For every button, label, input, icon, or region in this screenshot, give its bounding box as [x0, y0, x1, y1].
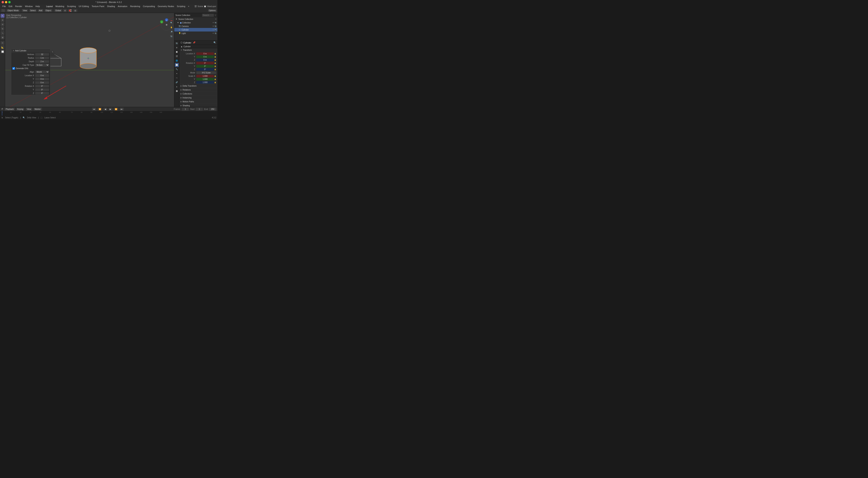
workspace-rendering[interactable]: Rendering	[129, 5, 142, 8]
current-frame-input[interactable]	[182, 108, 189, 110]
step-back-button[interactable]: ⏪	[97, 108, 102, 110]
prop-location-x[interactable]: 0 m	[196, 52, 214, 55]
menu-edit[interactable]: Edit	[7, 5, 13, 8]
menu-window[interactable]: Window	[24, 5, 34, 8]
object-menu[interactable]: Object	[44, 9, 52, 12]
cap-fill-select[interactable]: N-Gon Triangle Fan Nothing	[35, 64, 49, 67]
shading-header[interactable]: ▶ Shading	[179, 104, 217, 107]
cylinder-visibility[interactable]: 👁	[213, 29, 214, 31]
proportional-edit[interactable]: ◎	[73, 9, 78, 12]
gizmo-grab[interactable]: ✋	[169, 25, 173, 29]
workspace-add[interactable]: +	[187, 5, 190, 8]
jump-start-button[interactable]: ⏮	[92, 108, 96, 110]
transform-global[interactable]: Global	[54, 9, 62, 12]
relations-header[interactable]: ▶ Relations	[179, 88, 217, 92]
instancing-header[interactable]: ▶ Instancing	[179, 96, 217, 100]
rotation-y-input[interactable]	[35, 88, 49, 91]
prop-location-z-lock[interactable]: 🔒	[214, 59, 216, 61]
outliner-light[interactable]: 💡 Light 👁 📷	[174, 32, 217, 35]
marker-menu[interactable]: Marker	[33, 108, 42, 110]
transform-section-header[interactable]: ▼ Transform	[179, 48, 217, 52]
scene-collection-visibility[interactable]: 👁	[215, 18, 217, 20]
workspace-sculpting[interactable]: Sculpting	[66, 5, 77, 8]
props-icon-world[interactable]: 🌐	[175, 59, 179, 63]
prop-location-x-lock[interactable]: 🔒	[214, 53, 216, 55]
rotation-x-input[interactable]	[35, 85, 49, 87]
location-y-input[interactable]	[35, 78, 49, 80]
props-icon-physics[interactable]: 〜	[175, 76, 179, 80]
depth-input[interactable]	[35, 60, 49, 63]
tool-annotate[interactable]: ✏	[1, 41, 4, 45]
location-x-input[interactable]	[35, 74, 49, 77]
props-icon-object[interactable]: ⬜	[175, 63, 179, 67]
tool-measure[interactable]: 📐	[1, 45, 4, 49]
end-frame-input[interactable]	[209, 108, 216, 110]
prop-scale-y-lock[interactable]: 🔒	[214, 78, 216, 80]
playback-menu[interactable]: Playback	[4, 108, 15, 110]
prop-mode-value[interactable]: XYZ Euler	[196, 71, 216, 74]
props-icon-data[interactable]: ▲	[175, 85, 179, 89]
tool-scale[interactable]: ⤡	[1, 31, 4, 35]
tool-cursor[interactable]: ✛	[1, 18, 4, 22]
add-menu[interactable]: Add	[38, 9, 43, 12]
workspace-animation[interactable]: Animation	[117, 5, 129, 8]
location-z-input[interactable]	[35, 81, 49, 84]
prop-scale-x-lock[interactable]: 🔒	[214, 75, 216, 77]
step-forward-button[interactable]: ⏩	[114, 108, 118, 110]
props-icon-view-layer[interactable]: 🔲	[175, 50, 179, 54]
prop-rotation-y-lock[interactable]: 🔒	[214, 65, 216, 67]
outliner-cylinder[interactable]: ⬡ Cylinder 👁 📷	[174, 28, 217, 32]
workspace-scripting[interactable]: Scripting	[176, 5, 186, 8]
close-button[interactable]	[2, 1, 4, 3]
tool-rotate[interactable]: ↻	[1, 27, 4, 31]
prop-search-icon[interactable]: 🔍	[213, 41, 216, 44]
generate-uvs-checkbox[interactable]	[12, 67, 15, 70]
prop-rotation-x[interactable]: 0°	[196, 62, 214, 64]
light-render[interactable]: 📷	[215, 32, 217, 34]
mode-select[interactable]: Object Mode	[6, 9, 20, 12]
outliner-scene-collection[interactable]: ▼ Scene Collection 👁	[174, 17, 217, 21]
editor-type-button[interactable]: ⬛	[1, 9, 5, 12]
transform-pivot[interactable]: ⊙	[63, 9, 67, 12]
outliner-filter-icon[interactable]: ▽	[215, 14, 216, 17]
prop-scale-z[interactable]: 1.000	[196, 81, 214, 84]
prop-rotation-x-lock[interactable]: 🔒	[214, 62, 216, 64]
workspace-modeling[interactable]: Modeling	[54, 5, 66, 8]
tool-move[interactable]: ✛	[1, 23, 4, 26]
light-visibility[interactable]: 👁	[213, 32, 214, 34]
workspace-layout[interactable]: Layout	[45, 5, 54, 8]
viewport-3d[interactable]: X Y Z User Perspective (1) Collection | …	[5, 13, 174, 107]
workspace-shading[interactable]: Shading	[106, 5, 116, 8]
outliner-camera[interactable]: 📷 Camera 👁 📷	[174, 24, 217, 28]
collection-render[interactable]: 📷	[215, 22, 217, 24]
workspace-geometry-nodes[interactable]: Geometry Nodes	[157, 5, 175, 8]
add-cylinder-header[interactable]: ▼ Add Cylinder	[11, 49, 50, 53]
prop-scale-z-lock[interactable]: 🔒	[214, 82, 216, 83]
gizmo-camera[interactable]: 📷	[169, 34, 173, 38]
view-menu[interactable]: View	[22, 9, 28, 12]
tool-add-cube[interactable]: ⬜	[1, 50, 4, 54]
play-reverse-button[interactable]: ◀	[103, 108, 107, 110]
minimize-button[interactable]	[5, 1, 7, 3]
tool-select[interactable]: ↖	[1, 14, 4, 18]
props-icon-particles[interactable]: ✦	[175, 72, 179, 75]
options-button[interactable]: Options	[208, 9, 217, 12]
collections-header[interactable]: ▶ Collections	[179, 92, 217, 96]
collection-visibility[interactable]: 👁	[213, 22, 214, 24]
gizmo-zoom[interactable]: 🔎	[169, 30, 173, 34]
workspace-compositing[interactable]: Compositing	[142, 5, 156, 8]
props-icon-output[interactable]: 🖥	[175, 46, 179, 50]
select-menu[interactable]: Select	[29, 9, 37, 12]
camera-visibility[interactable]: 👁	[213, 25, 214, 27]
menu-help[interactable]: Help	[34, 5, 41, 8]
prop-rotation-y[interactable]: 0°	[196, 65, 214, 67]
maximize-button[interactable]	[8, 1, 11, 3]
workspace-texture-paint[interactable]: Texture Paint	[90, 5, 105, 8]
prop-scale-x[interactable]: 1.000	[196, 75, 214, 77]
camera-render[interactable]: 📷	[215, 25, 217, 27]
prop-scale-y[interactable]: 1.000	[196, 78, 214, 81]
timeline-view-menu[interactable]: View	[26, 108, 32, 110]
align-select[interactable]: World View Cursor	[35, 70, 49, 73]
prop-rotation-z-lock[interactable]: 🔒	[214, 68, 216, 70]
delta-transform-header[interactable]: ▶ Delta Transform	[179, 84, 217, 88]
